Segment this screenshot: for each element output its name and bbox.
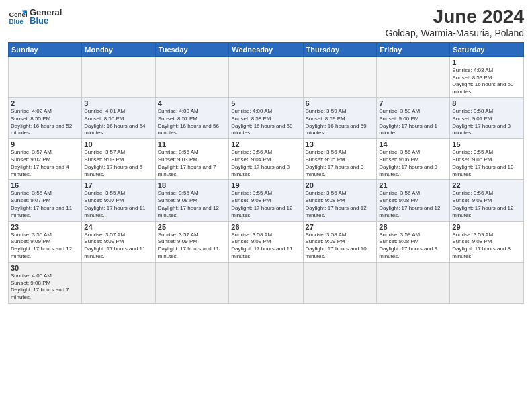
day-info: Sunrise: 4:00 AMSunset: 9:08 PMDaylight:…	[11, 273, 79, 302]
calendar-week-row: 9 Sunrise: 3:57 AMSunset: 9:02 PMDayligh…	[9, 139, 524, 180]
day-number: 22	[452, 181, 521, 189]
day-info: Sunrise: 3:59 AMSunset: 9:08 PMDaylight:…	[452, 232, 521, 261]
day-number: 30	[11, 264, 79, 272]
day-number: 25	[158, 223, 227, 231]
calendar-cell: 16 Sunrise: 3:55 AMSunset: 9:07 PMDaylig…	[9, 180, 82, 221]
calendar-cell: 2 Sunrise: 4:02 AMSunset: 8:55 PMDayligh…	[9, 97, 82, 138]
calendar-cell	[303, 56, 377, 97]
calendar-week-row: 30 Sunrise: 4:00 AMSunset: 9:08 PMDaylig…	[9, 262, 524, 303]
day-number: 21	[379, 181, 447, 189]
calendar-header-saturday: Saturday	[450, 42, 524, 56]
header: General Blue General Blue June 2024 Gold…	[8, 7, 524, 38]
calendar-cell: 21 Sunrise: 3:56 AMSunset: 9:08 PMDaylig…	[377, 180, 450, 221]
day-info: Sunrise: 4:00 AMSunset: 8:58 PMDaylight:…	[231, 108, 300, 137]
calendar-header-monday: Monday	[82, 42, 155, 56]
day-info: Sunrise: 4:00 AMSunset: 8:57 PMDaylight:…	[158, 108, 227, 137]
calendar-cell: 14 Sunrise: 3:56 AMSunset: 9:06 PMDaylig…	[377, 139, 450, 180]
day-info: Sunrise: 3:56 AMSunset: 9:09 PMDaylight:…	[452, 190, 521, 219]
day-info: Sunrise: 4:01 AMSunset: 8:56 PMDaylight:…	[84, 108, 152, 137]
calendar-cell: 11 Sunrise: 3:56 AMSunset: 9:03 PMDaylig…	[155, 139, 229, 180]
calendar-cell: 10 Sunrise: 3:57 AMSunset: 9:03 PMDaylig…	[82, 139, 155, 180]
day-info: Sunrise: 3:59 AMSunset: 9:08 PMDaylight:…	[379, 232, 447, 261]
main-title: June 2024	[386, 7, 524, 28]
day-info: Sunrise: 3:59 AMSunset: 8:59 PMDaylight:…	[306, 108, 375, 137]
calendar-cell	[377, 262, 450, 303]
day-info: Sunrise: 3:55 AMSunset: 9:07 PMDaylight:…	[11, 190, 79, 219]
calendar-cell	[9, 56, 82, 97]
day-info: Sunrise: 3:58 AMSunset: 9:09 PMDaylight:…	[306, 232, 375, 261]
day-info: Sunrise: 3:58 AMSunset: 9:01 PMDaylight:…	[452, 108, 521, 137]
day-number: 7	[379, 99, 447, 107]
day-number: 8	[452, 99, 521, 107]
calendar-cell	[155, 56, 229, 97]
day-info: Sunrise: 3:56 AMSunset: 9:04 PMDaylight:…	[231, 149, 300, 178]
calendar-cell: 23 Sunrise: 3:56 AMSunset: 9:09 PMDaylig…	[9, 221, 82, 262]
calendar-week-row: 16 Sunrise: 3:55 AMSunset: 9:07 PMDaylig…	[9, 180, 524, 221]
svg-text:Blue: Blue	[9, 17, 24, 25]
day-info: Sunrise: 3:57 AMSunset: 9:03 PMDaylight:…	[84, 149, 152, 178]
calendar-cell: 5 Sunrise: 4:00 AMSunset: 8:58 PMDayligh…	[229, 97, 303, 138]
day-info: Sunrise: 3:55 AMSunset: 9:06 PMDaylight:…	[452, 149, 521, 178]
day-number: 20	[306, 181, 375, 189]
calendar-week-row: 23 Sunrise: 3:56 AMSunset: 9:09 PMDaylig…	[9, 221, 524, 262]
calendar-cell: 9 Sunrise: 3:57 AMSunset: 9:02 PMDayligh…	[9, 139, 82, 180]
calendar-cell	[229, 262, 303, 303]
page: General Blue General Blue June 2024 Gold…	[0, 0, 532, 411]
day-number: 2	[11, 99, 79, 107]
calendar-cell	[303, 262, 377, 303]
day-number: 15	[452, 140, 521, 148]
day-number: 1	[452, 58, 521, 66]
calendar-header-wednesday: Wednesday	[229, 42, 303, 56]
day-info: Sunrise: 3:58 AMSunset: 9:09 PMDaylight:…	[231, 232, 300, 261]
day-number: 9	[11, 140, 79, 148]
calendar-cell	[82, 56, 155, 97]
calendar-cell: 26 Sunrise: 3:58 AMSunset: 9:09 PMDaylig…	[229, 221, 303, 262]
calendar-cell: 28 Sunrise: 3:59 AMSunset: 9:08 PMDaylig…	[377, 221, 450, 262]
calendar-cell: 30 Sunrise: 4:00 AMSunset: 9:08 PMDaylig…	[9, 262, 82, 303]
calendar-cell: 6 Sunrise: 3:59 AMSunset: 8:59 PMDayligh…	[303, 97, 377, 138]
day-info: Sunrise: 3:57 AMSunset: 9:02 PMDaylight:…	[11, 149, 79, 178]
calendar-cell: 4 Sunrise: 4:00 AMSunset: 8:57 PMDayligh…	[155, 97, 229, 138]
calendar-header-thursday: Thursday	[303, 42, 377, 56]
subtitle: Goldap, Warmia-Masuria, Poland	[386, 28, 524, 38]
calendar-cell: 29 Sunrise: 3:59 AMSunset: 9:08 PMDaylig…	[450, 221, 524, 262]
day-number: 28	[379, 223, 447, 231]
day-info: Sunrise: 3:58 AMSunset: 9:00 PMDaylight:…	[379, 108, 447, 137]
day-info: Sunrise: 3:56 AMSunset: 9:08 PMDaylight:…	[379, 190, 447, 219]
day-number: 13	[306, 140, 375, 148]
day-info: Sunrise: 4:03 AMSunset: 8:53 PMDaylight:…	[452, 67, 521, 96]
calendar-cell: 1 Sunrise: 4:03 AMSunset: 8:53 PMDayligh…	[450, 56, 524, 97]
calendar-cell	[450, 262, 524, 303]
day-number: 29	[452, 223, 521, 231]
day-number: 4	[158, 99, 227, 107]
calendar-cell: 15 Sunrise: 3:55 AMSunset: 9:06 PMDaylig…	[450, 139, 524, 180]
day-number: 17	[84, 181, 152, 189]
calendar-cell: 8 Sunrise: 3:58 AMSunset: 9:01 PMDayligh…	[450, 97, 524, 138]
calendar-cell: 18 Sunrise: 3:55 AMSunset: 9:08 PMDaylig…	[155, 180, 229, 221]
calendar-cell	[377, 56, 450, 97]
day-info: Sunrise: 3:56 AMSunset: 9:09 PMDaylight:…	[11, 232, 79, 261]
calendar-cell: 22 Sunrise: 3:56 AMSunset: 9:09 PMDaylig…	[450, 180, 524, 221]
title-block: June 2024 Goldap, Warmia-Masuria, Poland	[386, 7, 524, 38]
calendar-header-friday: Friday	[377, 42, 450, 56]
calendar-week-row: 2 Sunrise: 4:02 AMSunset: 8:55 PMDayligh…	[9, 97, 524, 138]
calendar-cell	[82, 262, 155, 303]
day-info: Sunrise: 3:55 AMSunset: 9:08 PMDaylight:…	[231, 190, 300, 219]
calendar-cell	[155, 262, 229, 303]
day-number: 16	[11, 181, 79, 189]
day-info: Sunrise: 3:57 AMSunset: 9:09 PMDaylight:…	[84, 232, 152, 261]
day-number: 19	[231, 181, 300, 189]
calendar-cell: 27 Sunrise: 3:58 AMSunset: 9:09 PMDaylig…	[303, 221, 377, 262]
day-info: Sunrise: 3:55 AMSunset: 9:07 PMDaylight:…	[84, 190, 152, 219]
calendar-cell: 13 Sunrise: 3:56 AMSunset: 9:05 PMDaylig…	[303, 139, 377, 180]
calendar-week-row: 1 Sunrise: 4:03 AMSunset: 8:53 PMDayligh…	[9, 56, 524, 97]
day-number: 3	[84, 99, 152, 107]
day-number: 11	[158, 140, 227, 148]
calendar-header-tuesday: Tuesday	[155, 42, 229, 56]
logo-icon: General Blue	[8, 7, 27, 26]
day-info: Sunrise: 3:55 AMSunset: 9:08 PMDaylight:…	[158, 190, 227, 219]
day-number: 5	[231, 99, 300, 107]
calendar-cell: 7 Sunrise: 3:58 AMSunset: 9:00 PMDayligh…	[377, 97, 450, 138]
day-info: Sunrise: 3:56 AMSunset: 9:06 PMDaylight:…	[379, 149, 447, 178]
day-number: 24	[84, 223, 152, 231]
